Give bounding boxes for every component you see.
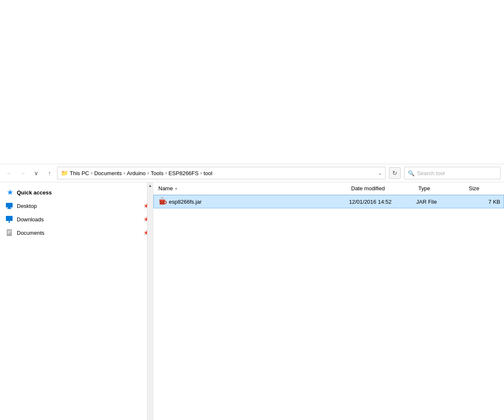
path-tools: Tools <box>151 170 163 176</box>
sidebar-scrollbar[interactable]: ▲ <box>147 182 153 420</box>
path-sep-3: › <box>147 170 149 176</box>
search-bar[interactable]: 🔍 Search tool <box>404 167 501 179</box>
quick-access-label: Quick access <box>17 189 52 196</box>
file-area: Name ∧ Date modified Type Size <box>153 182 504 420</box>
refresh-button[interactable]: ↻ <box>389 167 401 179</box>
desktop-icon <box>5 202 13 210</box>
up-icon: ↑ <box>48 170 51 176</box>
search-input[interactable]: Search tool <box>417 170 497 176</box>
address-bar-row: ← → ∨ ↑ 📁 This PC › Documents › Arduino … <box>0 164 504 182</box>
path-sep-1: › <box>91 170 92 176</box>
address-folder-icon: 📁 <box>61 170 68 176</box>
path-tool: tool <box>204 170 213 176</box>
svg-rect-10 <box>160 200 165 205</box>
col-header-date[interactable]: Date modified <box>349 185 417 192</box>
sidebar-item-documents[interactable]: Documents 📌 <box>3 226 153 239</box>
file-date: 12/01/2016 14:52 <box>349 199 416 205</box>
svg-rect-11 <box>159 200 165 201</box>
svg-rect-0 <box>6 203 13 207</box>
sidebar-item-downloads-label: Downloads <box>17 216 139 223</box>
path-this-pc: This PC <box>70 170 89 176</box>
file-list: esp8266fs.jar 12/01/2016 14:52 JAR File … <box>153 195 504 420</box>
path-arduino: Arduino <box>127 170 146 176</box>
back-button[interactable]: ← <box>3 167 15 179</box>
svg-rect-9 <box>8 233 10 234</box>
svg-rect-5 <box>8 222 10 223</box>
sidebar-inner: ★ Quick access Desktop 📌 <box>0 186 153 417</box>
col-header-type[interactable]: Type <box>417 185 467 192</box>
address-bar[interactable]: 📁 This PC › Documents › Arduino › Tools … <box>57 167 386 179</box>
column-headers: Name ∧ Date modified Type Size <box>153 182 504 195</box>
explorer-window: ← → ∨ ↑ 📁 This PC › Documents › Arduino … <box>0 0 504 420</box>
file-icon-cell <box>157 197 167 206</box>
top-space <box>0 0 504 164</box>
main-content: ★ Quick access Desktop 📌 <box>0 182 504 420</box>
quick-access-star-icon: ★ <box>7 188 13 197</box>
col-size-label: Size <box>469 185 479 192</box>
sidebar-item-documents-label: Documents <box>17 230 139 236</box>
dropdown-icon: ∨ <box>34 170 38 176</box>
file-type: JAR File <box>416 199 467 205</box>
sidebar-header-quick-access: ★ Quick access <box>3 186 153 199</box>
file-size: 7 KB <box>467 199 500 205</box>
path-sep-5: › <box>200 170 202 176</box>
address-dropdown-icon[interactable]: ⌄ <box>378 171 382 176</box>
svg-rect-1 <box>8 207 10 208</box>
search-icon: 🔍 <box>408 170 415 176</box>
sidebar-scroll-up[interactable]: ▲ <box>147 182 153 189</box>
path-sep-2: › <box>123 170 125 176</box>
path-documents: Documents <box>94 170 122 176</box>
sidebar: ★ Quick access Desktop 📌 <box>0 182 153 420</box>
svg-rect-2 <box>7 208 11 209</box>
downloads-icon <box>5 215 13 223</box>
svg-rect-8 <box>8 232 11 233</box>
path-esp8266fs: ESP8266FS <box>168 170 199 176</box>
col-name-label: Name <box>158 185 173 192</box>
file-name: esp8266fs.jar <box>169 199 349 205</box>
table-row[interactable]: esp8266fs.jar 12/01/2016 14:52 JAR File … <box>153 195 504 208</box>
sidebar-item-desktop-label: Desktop <box>17 203 139 209</box>
path-sep-4: › <box>165 170 167 176</box>
svg-rect-6 <box>7 229 12 236</box>
back-icon: ← <box>6 170 12 176</box>
documents-icon <box>5 228 13 237</box>
svg-rect-7 <box>8 231 11 231</box>
history-dropdown-button[interactable]: ∨ <box>30 167 42 179</box>
col-header-name[interactable]: Name ∧ <box>157 185 349 192</box>
sidebar-item-desktop[interactable]: Desktop 📌 <box>3 199 153 213</box>
col-sort-icon: ∧ <box>175 186 178 191</box>
jar-file-icon <box>158 197 167 206</box>
forward-button[interactable]: → <box>17 167 29 179</box>
refresh-icon: ↻ <box>392 170 397 176</box>
col-date-label: Date modified <box>351 185 385 192</box>
col-header-size[interactable]: Size <box>467 185 501 192</box>
forward-icon: → <box>20 170 26 176</box>
address-path: This PC › Documents › Arduino › Tools › … <box>70 170 375 176</box>
up-button[interactable]: ↑ <box>44 167 55 179</box>
sidebar-item-downloads[interactable]: Downloads 📌 <box>3 213 153 226</box>
col-type-label: Type <box>418 185 430 192</box>
